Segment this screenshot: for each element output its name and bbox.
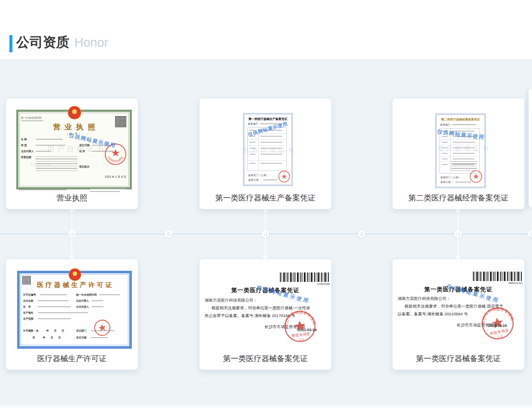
section-accent-bar (9, 35, 12, 52)
body-line: 以备案。备案号:湘长械备 20210584 号 (398, 311, 468, 317)
record-certificate-image: 第二类医疗器械经营备案凭证 备案编号 备案部门（公章）： 备案日期： (435, 114, 486, 188)
barcode-code: 07MION48 (280, 283, 330, 285)
issuer-label: 登记机关 (79, 165, 89, 169)
timeline-dot (165, 230, 172, 238)
business-license-image: ★ 统一社会信用代码 营业执照 （副 本） SCJDGL SCJDGL 名 称 … (16, 110, 132, 189)
field-label: 企业负责人 (76, 305, 89, 309)
value-placeholder (38, 300, 68, 301)
dept-label: 备案部门（公章）： (440, 176, 464, 180)
qr-code-icon (115, 116, 126, 127)
dept-label: 备案部门（公章）： (248, 174, 271, 177)
card-caption: 第一类医疗器械备案凭证 (199, 353, 331, 364)
field-label: 统一社会信用代码 (76, 293, 97, 297)
value-placeholder (455, 182, 471, 183)
certificate-title: 第二类医疗器械经营备案凭证 (437, 117, 484, 122)
value-placeholder (21, 120, 43, 121)
record-no-label: 备案编号 (248, 122, 258, 126)
certificate-card-class2-operation-record[interactable]: 第二类医疗器械经营备案凭证 备案编号 备案部门（公章）： 备案日期： 仅供网站展… (392, 99, 524, 209)
field-label: 至 年 月 日 (33, 336, 61, 340)
footer-text-placeholder (19, 189, 67, 190)
date-label: 备案日期： (440, 180, 453, 184)
svg-text:行政审批专用章: 行政审批专用章 (107, 156, 124, 163)
section-header: 公司资质 Honor (16, 33, 108, 51)
value-placeholder (38, 306, 71, 307)
value-placeholder (263, 180, 278, 180)
seal-center-text: 审批专用章 (291, 332, 311, 338)
card-caption: 第一类医疗器械生产备案凭证 (199, 193, 331, 203)
field-label: 生产地址 (23, 311, 33, 315)
certificate-title: 第一类医疗器械备案凭证 (199, 287, 331, 294)
card-caption: 医疗器械生产许可证 (6, 353, 138, 364)
official-seal-icon (469, 170, 483, 183)
barcode-icon (280, 272, 330, 282)
certificate-card-production-licence[interactable]: ★ 医疗器械生产许可证 许可证编号 统一社会信用代码 企业名称 法定代表人 住 … (6, 259, 138, 370)
field-label: 企业名称 (23, 299, 33, 303)
value-placeholder (40, 294, 67, 295)
field-label: 发证部门 (76, 329, 86, 333)
seal-number: 1-3 (299, 338, 304, 341)
field-label: 法定代表人 (76, 299, 89, 303)
field-label: 许可证编号 (23, 293, 36, 297)
credit-code-label: 统一社会信用代码 (21, 116, 42, 120)
connector-arrow-icon (455, 209, 461, 213)
addressee-line: 湖南力宾医疗科技有限公司： (205, 298, 258, 303)
field-label: 法定代表人 (21, 150, 34, 153)
certificate-card-class1-record-2021[interactable]: 07MION48 第一类医疗器械备案凭证 湖南力宾医疗科技有限公司： 根据相关法… (199, 259, 331, 370)
license-copy-label: （副 本） (18, 132, 130, 136)
value-placeholder (36, 139, 63, 140)
official-seal-icon (278, 170, 291, 183)
value-placeholder (260, 123, 282, 124)
footer-text-placeholder (90, 189, 126, 189)
card-caption: 营业执照 (6, 193, 138, 203)
timeline-dot (358, 230, 366, 238)
honor-section: ★ 统一社会信用代码 营业执照 （副 本） SCJDGL SCJDGL 名 称 … (0, 59, 532, 407)
field-label: 住 所 (79, 150, 85, 153)
timeline-dot (528, 230, 532, 238)
licence-certificate-image: ★ 医疗器械生产许可证 许可证编号 统一社会信用代码 企业名称 法定代表人 住 … (17, 271, 132, 349)
section-bottom-divider (0, 404, 532, 407)
national-emblem-icon: ★ (68, 268, 81, 281)
carousel-next-card-peek[interactable] (529, 89, 532, 207)
value-placeholder (38, 318, 71, 319)
seal-text: 行政审批专用章 (107, 156, 124, 163)
license-date: 2023 年 3 月 8 日 (105, 175, 126, 179)
certificate-card-business-license[interactable]: ★ 统一社会信用代码 营业执照 （副 本） SCJDGL SCJDGL 名 称 … (6, 99, 138, 209)
official-seal-icon: 行政审批专用章 (104, 143, 127, 166)
field-label: 成立日期 (79, 144, 89, 147)
certificate-card-class1-production-record[interactable]: 第一类医疗器械生产备案凭证 备案编号 备案部门（公章）： 备案日期： 仅供网站展… (199, 99, 331, 209)
column-connector-line (265, 209, 266, 260)
value-placeholder (452, 124, 476, 125)
barcode-icon (473, 272, 523, 281)
page-title: 公司资质 (16, 33, 69, 51)
licence-title: 医疗器械生产许可证 (20, 281, 129, 289)
field-label: 经营范围 (21, 156, 31, 159)
record-no-label: 备案编号 (440, 123, 450, 127)
value-placeholder (99, 294, 120, 295)
certificate-title: 第一类医疗器械备案凭证 (392, 286, 524, 293)
record-date: 2021-03-14 (298, 328, 316, 332)
seal-number: 1-3 (497, 334, 502, 339)
value-placeholder (92, 300, 104, 301)
footer-text-placeholder (90, 191, 120, 192)
connector-arrow-icon (262, 209, 269, 213)
column-connector-line (71, 209, 72, 260)
official-seal-icon (92, 317, 113, 338)
connector-arrow-icon (68, 209, 75, 213)
certificate-card-class1-record-2022[interactable]: RBSXOCR1 第一类医疗器械备案凭证 湖南力宾医疗科技有限公司： 根据相关法… (392, 259, 524, 370)
addressee-line: 湖南力宾医疗科技有限公司： (398, 296, 451, 302)
card-caption: 第二类医疗器械经营备案凭证 (392, 193, 524, 203)
certificate-title: 第一类医疗器械生产备案凭证 (244, 117, 291, 121)
certificate-table (247, 127, 287, 171)
date-label: 备案日期： (248, 178, 261, 182)
field-label: 名 称 (21, 138, 27, 141)
value-placeholder (36, 151, 51, 152)
column-connector-line (458, 209, 458, 260)
field-label: 类 型 (21, 144, 27, 147)
page-subtitle: Honor (74, 36, 108, 50)
field-label: 生产范围 (23, 317, 33, 321)
scope-text-placeholder (36, 156, 77, 173)
field-label: 住 所 (23, 305, 31, 309)
record-date: 2022-11-24 (488, 323, 507, 328)
value-placeholder (92, 306, 104, 307)
national-emblem-icon: ★ (68, 106, 81, 120)
